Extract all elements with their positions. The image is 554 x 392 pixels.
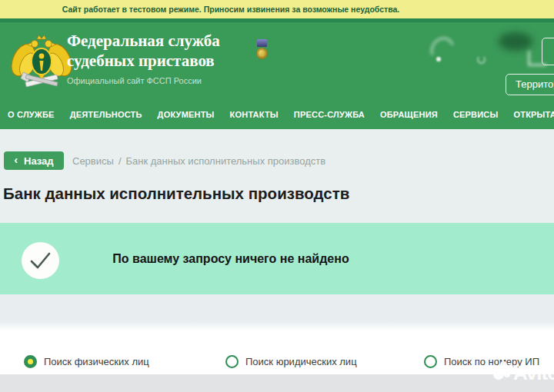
radio-search-legal-entities[interactable]: Поиск юридических лиц (225, 355, 357, 368)
header-titles: Федеральная служба судебных приставов Оф… (67, 31, 220, 85)
territorial-bodies-label: Территориальные органы (516, 78, 554, 90)
nav-item-documents[interactable]: ДОКУМЕНТЫ (158, 110, 215, 119)
nav-item-contacts[interactable]: КОНТАКТЫ (230, 110, 279, 119)
nav-item-open-service[interactable]: ОТКРЫТАЯ СЛУЖБА (513, 110, 554, 119)
fssp-logo[interactable] (11, 34, 72, 94)
breadcrumb: Сервисы/Банк данных исполнительных произ… (72, 155, 325, 167)
breadcrumb-link-services[interactable]: Сервисы (72, 155, 114, 167)
breadcrumb-separator: / (118, 155, 122, 167)
avito-watermark-text: Avito (513, 361, 554, 385)
medal-ribbon (257, 39, 267, 47)
result-banner: По вашему запросу ничего не найдено (0, 223, 554, 294)
content-spacer-band (0, 294, 554, 331)
site-title: Федеральная служба судебных приставов (67, 31, 220, 71)
site-title-line2: судебных приставов (67, 51, 220, 71)
fssp-page: Сайт работает в тестовом режиме. Приноси… (0, 0, 554, 392)
nav-item-activity[interactable]: ДЕЯТЕЛЬНОСТЬ (70, 110, 142, 119)
nav-item-about[interactable]: О СЛУЖБЕ (8, 110, 55, 119)
main-nav: О СЛУЖБЕ ДЕЯТЕЛЬНОСТЬ ДОКУМЕНТЫ КОНТАКТЫ… (0, 100, 554, 129)
radio-unselected-icon[interactable] (225, 355, 239, 368)
test-mode-banner: Сайт работает в тестовом режиме. Приноси… (0, 0, 554, 18)
site-subtitle: Официальный сайт ФССП России (67, 76, 220, 85)
bottom-strip (0, 374, 554, 392)
radio-selected-icon[interactable] (24, 355, 37, 368)
avito-watermark: Avito (489, 360, 554, 390)
radio-unselected-icon[interactable] (424, 355, 437, 368)
breadcrumb-current: Банк данных исполнительных производств (126, 155, 326, 167)
radio-label: Поиск физических лиц (44, 356, 149, 367)
header-action-button[interactable] (542, 38, 554, 65)
breadcrumb-band (0, 129, 554, 223)
avito-logo-circle (500, 361, 507, 368)
test-mode-text: Сайт работает в тестовом режиме. Приноси… (62, 5, 399, 14)
avito-logo-circle (504, 371, 510, 377)
page-title: Банк данных исполнительных производств (3, 184, 349, 203)
back-button[interactable]: ‹ Назад (4, 151, 64, 170)
back-button-label: Назад (24, 155, 54, 167)
medal-disc (256, 48, 268, 59)
back-arrow-icon: ‹ (14, 154, 18, 165)
nav-item-services[interactable]: СЕРВИСЫ (453, 110, 499, 119)
territorial-bodies-button[interactable]: Территориальные органы (506, 74, 554, 95)
site-title-line1: Федеральная служба (67, 31, 220, 51)
radio-label: Поиск юридических лиц (245, 356, 357, 367)
result-message: По вашему запросу ничего не найдено (0, 223, 462, 294)
medal-icon (255, 39, 268, 59)
radio-search-individuals[interactable]: Поиск физических лиц (24, 355, 149, 368)
nav-item-press[interactable]: ПРЕСС-СЛУЖБА (294, 110, 365, 119)
nav-item-appeals[interactable]: ОБРАЩЕНИЯ (380, 110, 438, 119)
avito-logo-circle (493, 369, 504, 380)
